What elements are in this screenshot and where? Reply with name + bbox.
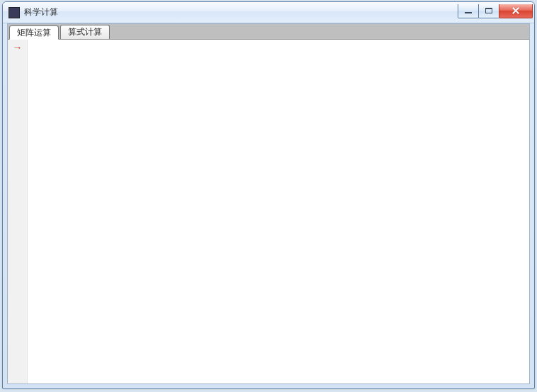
tab-content: → [8, 40, 529, 384]
editor-area[interactable] [28, 40, 529, 384]
maximize-button[interactable] [478, 4, 499, 18]
window-controls [458, 4, 533, 18]
tabstrip: 矩阵运算 算式计算 [8, 24, 529, 40]
app-icon [9, 7, 20, 18]
gutter: → [8, 40, 28, 384]
maximize-icon [485, 8, 492, 13]
window-title: 科学计算 [24, 6, 458, 18]
tab-label: 矩阵运算 [17, 28, 51, 38]
tab-matrix[interactable]: 矩阵运算 [9, 25, 59, 40]
client-area: 矩阵运算 算式计算 → [7, 23, 530, 384]
close-button[interactable] [499, 4, 533, 18]
titlebar[interactable]: 科学计算 [3, 2, 534, 23]
minimize-icon [465, 12, 472, 13]
minimize-button[interactable] [458, 4, 479, 18]
close-icon [511, 6, 520, 15]
tab-formula[interactable]: 算式计算 [60, 25, 110, 39]
prompt-arrow-icon: → [13, 42, 23, 384]
app-window: 科学计算 矩阵运算 算式计算 → [2, 1, 535, 389]
tab-label: 算式计算 [68, 27, 102, 37]
